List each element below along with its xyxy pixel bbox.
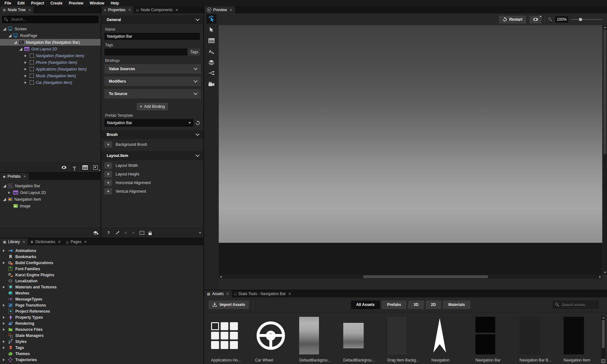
prefab-template-select[interactable]: Navigation Bar xyxy=(104,119,193,127)
collapsed-arrow-icon[interactable] xyxy=(25,55,27,57)
filter-materials[interactable]: Materials xyxy=(443,301,470,309)
zoom-slider[interactable] xyxy=(571,17,602,22)
forward-button[interactable] xyxy=(129,231,138,234)
close-icon[interactable]: ✕ xyxy=(288,292,291,296)
interact-tool-button[interactable] xyxy=(207,14,216,23)
asset-default-background-2[interactable]: DefaultBackgrou... xyxy=(343,316,385,362)
add-vertical-alignment-button[interactable]: + xyxy=(104,188,112,195)
close-icon[interactable]: ✕ xyxy=(128,8,131,12)
value-sources-header[interactable]: Value Sources xyxy=(104,64,201,74)
section-general[interactable]: General xyxy=(101,15,203,24)
restart-button[interactable]: Restart xyxy=(499,16,526,24)
section-layout-item[interactable]: Layout.Item xyxy=(101,151,203,160)
tab-dictionaries[interactable]: ≣ Dictionaries ✕ xyxy=(28,238,63,245)
text-tool-button[interactable]: A xyxy=(207,47,216,56)
menu-file[interactable]: File xyxy=(1,0,14,6)
asset-drag-item-background[interactable]: Drag Item Backg... xyxy=(387,316,429,362)
library-item-bookmarks[interactable]: Bookmarks xyxy=(0,254,203,260)
library-item-tags[interactable]: Tags xyxy=(0,345,203,351)
library-item-materials-and-textures[interactable]: Materials and Textures xyxy=(0,284,203,290)
collapsed-arrow-icon[interactable] xyxy=(25,61,27,64)
tab-node-tree[interactable]: ⊞ Node Tree ✕ xyxy=(0,6,34,13)
reset-icon[interactable] xyxy=(195,121,200,125)
import-assets-button[interactable]: Import Assets xyxy=(209,301,249,309)
tree-row-car[interactable]: Car (Navigation Item) xyxy=(0,79,101,86)
to-source-header[interactable]: To Source xyxy=(104,89,201,99)
tree-row-music[interactable]: Music (Navigation Item) xyxy=(0,72,101,79)
library-item-trajectories[interactable]: Trajectories xyxy=(0,357,203,363)
tree-row-navigation-bar[interactable]: Navigation Bar (Navigation Bar) xyxy=(0,39,101,46)
library-item-localization[interactable]: Localization xyxy=(0,278,203,284)
add-layout-width-button[interactable]: + xyxy=(104,162,112,169)
menu-edit[interactable]: Edit xyxy=(14,0,28,6)
menu-help[interactable]: Help xyxy=(108,0,122,6)
expand-arrow-icon[interactable] xyxy=(19,48,22,51)
tab-state-tools[interactable]: □ State Tools - Navigation Bar ✕ xyxy=(232,290,294,297)
expand-arrow-icon[interactable] xyxy=(8,34,11,37)
close-icon[interactable]: ✕ xyxy=(58,240,61,244)
collapsed-arrow-icon[interactable] xyxy=(3,316,5,319)
collapsed-arrow-icon[interactable] xyxy=(3,359,5,361)
layers-tool-button[interactable] xyxy=(207,58,216,67)
tab-library[interactable]: ▣ Library ✕ xyxy=(0,238,28,245)
scroll-down-icon[interactable] xyxy=(604,272,606,273)
close-icon[interactable]: ✕ xyxy=(230,8,232,12)
add-prefab-button[interactable] xyxy=(90,229,101,237)
preview-viewport[interactable] xyxy=(219,25,602,275)
scrollbar-thumb[interactable] xyxy=(602,320,605,348)
frame-button[interactable] xyxy=(138,231,146,235)
filter-prefabs[interactable]: Prefabs xyxy=(382,301,406,309)
tree-row-grid-layout[interactable]: Grid Layout 2D xyxy=(0,46,101,52)
menu-preview[interactable]: Preview xyxy=(65,0,86,6)
prefab-row-navigation-bar[interactable]: Navigation Bar xyxy=(0,182,101,189)
asset-navigation-item[interactable]: Navigation Item xyxy=(564,316,605,362)
tree-row-phone[interactable]: Phone (Navigation Item) xyxy=(0,59,101,66)
collapsed-arrow-icon[interactable] xyxy=(3,262,5,264)
close-icon[interactable]: ✕ xyxy=(175,8,178,12)
add-binding-button[interactable]: + Add Binding xyxy=(137,103,168,110)
display-options-button[interactable] xyxy=(90,164,101,171)
menu-create[interactable]: Create xyxy=(47,0,65,6)
tree-row-navigation[interactable]: Navigation (Navigation Item) xyxy=(0,52,101,59)
tab-node-components[interactable]: ◇ Node Components ✕ xyxy=(133,6,181,13)
tab-prefabs[interactable]: ◆ Prefabs ✕ xyxy=(0,173,29,180)
library-item-project-references[interactable]: Project References xyxy=(0,308,203,314)
collapsed-arrow-icon[interactable] xyxy=(3,249,5,252)
zoom-slider-thumb[interactable] xyxy=(579,18,582,21)
library-item-build-configurations[interactable]: Build Configurations xyxy=(0,260,203,266)
tree-row-rootpage[interactable]: RootPage xyxy=(0,32,101,39)
node-tree-search[interactable] xyxy=(2,16,99,23)
add-background-brush-button[interactable]: + xyxy=(104,141,112,148)
filter-3d[interactable]: 3D xyxy=(408,301,424,309)
scrollbar-thumb[interactable] xyxy=(363,275,488,278)
library-item-rendering[interactable]: Rendering xyxy=(0,320,203,326)
lock-button[interactable] xyxy=(146,231,154,235)
library-item-messagetypes[interactable]: MessageTypes xyxy=(0,296,203,302)
tags-button[interactable]: Tags xyxy=(188,48,200,56)
collapsed-arrow-icon[interactable] xyxy=(3,304,5,307)
library-item-page-transitions[interactable]: Page Transitions xyxy=(0,302,203,308)
collapsed-arrow-icon[interactable] xyxy=(8,191,10,194)
grid-tool-button[interactable] xyxy=(207,36,216,45)
close-icon[interactable]: ✕ xyxy=(23,175,26,179)
library-item-meshes[interactable]: Meshes xyxy=(0,290,203,296)
library-item-property-types[interactable]: Property Types xyxy=(0,314,203,320)
name-field[interactable] xyxy=(104,33,200,40)
asset-navigation-bar[interactable]: Navigation Bar xyxy=(475,316,517,362)
collapsed-arrow-icon[interactable] xyxy=(3,286,5,288)
tree-row-screen[interactable]: Screen xyxy=(0,26,101,32)
prefab-row-grid-layout[interactable]: Grid Layout 2D xyxy=(0,189,101,196)
library-item-font-families[interactable]: Font Families xyxy=(0,266,203,272)
collapsed-arrow-icon[interactable] xyxy=(3,328,5,331)
library-item-themes[interactable]: Themes xyxy=(0,351,203,357)
add-horizontal-alignment-button[interactable]: + xyxy=(104,180,112,186)
search-input[interactable] xyxy=(10,17,96,22)
menu-window[interactable]: Window xyxy=(87,0,108,6)
reset-layout-button[interactable] xyxy=(113,231,121,235)
filter-2d[interactable]: 2D xyxy=(426,301,441,309)
asset-applications-home[interactable]: Applications Ho... xyxy=(211,316,253,362)
collapsed-arrow-icon[interactable] xyxy=(3,340,5,343)
assets-vertical-scrollbar[interactable] xyxy=(601,316,605,363)
scroll-down-button[interactable] xyxy=(601,359,605,363)
visibility-button[interactable] xyxy=(58,164,69,171)
